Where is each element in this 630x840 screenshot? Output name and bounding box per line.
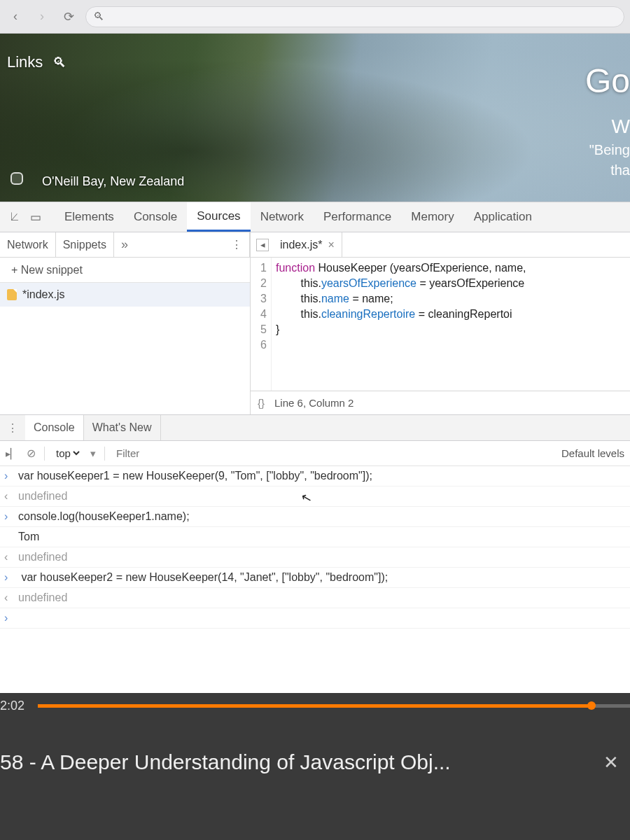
- console-input-line: console.log(houseKeeper1.name);: [18, 507, 190, 526]
- close-icon[interactable]: ×: [328, 239, 334, 251]
- photo-caption: O'Neill Bay, New Zealand: [42, 174, 184, 189]
- snippet-file-name: *index.js: [22, 288, 64, 301]
- devtools-tab-strip: ⟀ ▭ Elements Console Sources Network Per…: [0, 202, 630, 232]
- console-filter-input[interactable]: [113, 446, 225, 461]
- video-title-row: 58 - A Deeper Understanding of Javascrip…: [0, 721, 630, 774]
- hero-search-icon[interactable]: 🔍︎: [52, 55, 66, 71]
- console-return: undefined: [18, 588, 67, 608]
- shuffle-icon[interactable]: ✕: [603, 752, 619, 774]
- divider: [104, 447, 105, 461]
- video-time: 2:02: [0, 699, 24, 713]
- code-area[interactable]: 123456 function HouseKeeper (yearsOfExpe…: [251, 258, 630, 391]
- return-icon: ‹: [4, 588, 18, 608]
- greeting-sub: W: [585, 115, 630, 138]
- console-input-line: var houseKeeper1 = new HouseKeeper(9, "T…: [18, 466, 372, 486]
- prompt-icon: ›: [4, 507, 18, 526]
- nav-tab-snippets[interactable]: Snippets: [56, 232, 114, 257]
- new-snippet-label: + New snippet: [11, 264, 83, 276]
- drawer-menu-icon[interactable]: ⋮: [0, 421, 25, 435]
- inspect-icon[interactable]: ⟀: [4, 210, 25, 224]
- sources-panel: Network Snippets » ⋮ + New snippet *inde…: [0, 232, 630, 414]
- console-toolbar: ▸▏ ⊘ top ▾ Default levels: [0, 441, 630, 466]
- quote-line1: "Being: [585, 142, 630, 158]
- tab-memory[interactable]: Memory: [401, 202, 463, 232]
- photo-credit-icon[interactable]: [10, 172, 23, 185]
- code-editor: ◂ index.js* × 123456 function HouseKeepe…: [251, 232, 630, 414]
- search-icon: 🔍︎: [93, 10, 104, 23]
- browser-toolbar: ‹ › ⟳ 🔍︎: [0, 0, 630, 34]
- cursor-position: Line 6, Column 2: [274, 397, 354, 409]
- tab-console[interactable]: Console: [124, 202, 187, 232]
- prompt-icon: ›: [4, 568, 18, 587]
- tab-elements[interactable]: Elements: [55, 202, 124, 232]
- code-text[interactable]: function HouseKeeper (yearsOfExperience,…: [272, 258, 526, 391]
- drawer-tab-strip: ⋮ Console What's New: [0, 414, 630, 441]
- video-player-bar: 2:02 58 - A Deeper Understanding of Java…: [0, 693, 630, 840]
- line-gutter: 123456: [251, 258, 272, 391]
- editor-tab-label: index.js*: [280, 239, 322, 251]
- editor-tab-indexjs[interactable]: index.js* ×: [276, 232, 342, 257]
- context-selector[interactable]: top: [53, 447, 82, 460]
- nav-tab-more[interactable]: »: [114, 232, 135, 257]
- console-sidebar-icon[interactable]: ▸▏: [6, 448, 18, 459]
- pretty-print-icon[interactable]: {}: [258, 397, 265, 409]
- blank-icon: [4, 527, 18, 547]
- prompt-icon: ›: [4, 466, 18, 486]
- back-button[interactable]: ‹: [6, 7, 25, 27]
- quote-line2: tha: [585, 162, 630, 178]
- drawer-tab-console[interactable]: Console: [25, 415, 84, 440]
- file-icon: [7, 289, 17, 300]
- editor-tabs: ◂ index.js* ×: [251, 232, 630, 258]
- tab-application[interactable]: Application: [464, 202, 542, 232]
- seek-bar[interactable]: [38, 704, 630, 708]
- drawer-tab-whatsnew[interactable]: What's New: [84, 415, 161, 440]
- log-levels[interactable]: Default levels: [561, 447, 624, 459]
- page-hero: Links 🔍︎ O'Neill Bay, New Zealand Go W "…: [0, 34, 630, 202]
- device-icon[interactable]: ▭: [25, 210, 46, 225]
- editor-status-bar: {} Line 6, Column 2: [251, 391, 630, 414]
- nav-menu-icon[interactable]: ⋮: [224, 232, 250, 257]
- greeting-text: Go: [585, 62, 630, 100]
- console-output[interactable]: ›var houseKeeper1 = new HouseKeeper(9, "…: [0, 466, 630, 629]
- console-return: undefined: [18, 486, 67, 506]
- video-progress[interactable]: 2:02: [0, 693, 630, 721]
- divider: [44, 447, 45, 461]
- console-input-line: var houseKeeper2 = new HouseKeeper(14, "…: [18, 568, 388, 587]
- video-title: 58 - A Deeper Understanding of Javascrip…: [0, 750, 451, 774]
- tab-performance[interactable]: Performance: [314, 202, 401, 232]
- editor-nav-icon[interactable]: ◂: [256, 239, 269, 251]
- reload-button[interactable]: ⟳: [59, 7, 78, 27]
- address-bar[interactable]: 🔍︎: [85, 6, 624, 27]
- prompt-icon: ›: [4, 608, 18, 628]
- tab-network[interactable]: Network: [251, 202, 314, 232]
- clear-console-icon[interactable]: ⊘: [27, 447, 36, 460]
- nav-tab-network[interactable]: Network: [0, 232, 56, 257]
- new-snippet-button[interactable]: + New snippet: [0, 258, 250, 283]
- snippet-file[interactable]: *index.js: [0, 283, 250, 307]
- seek-handle[interactable]: [587, 701, 596, 710]
- return-icon: ‹: [4, 486, 18, 506]
- console-log-output: Tom: [18, 527, 39, 547]
- links-menu[interactable]: Links: [7, 53, 43, 71]
- tab-sources[interactable]: Sources: [187, 202, 250, 232]
- seek-fill: [38, 704, 594, 708]
- hero-greeting: Go W "Being tha: [585, 62, 630, 178]
- sources-navigator: Network Snippets » ⋮ + New snippet *inde…: [0, 232, 251, 414]
- navigator-tabs: Network Snippets » ⋮: [0, 232, 250, 258]
- console-return: undefined: [18, 547, 67, 567]
- forward-button[interactable]: ›: [32, 7, 52, 27]
- url-input[interactable]: [108, 10, 617, 22]
- return-icon: ‹: [4, 547, 18, 567]
